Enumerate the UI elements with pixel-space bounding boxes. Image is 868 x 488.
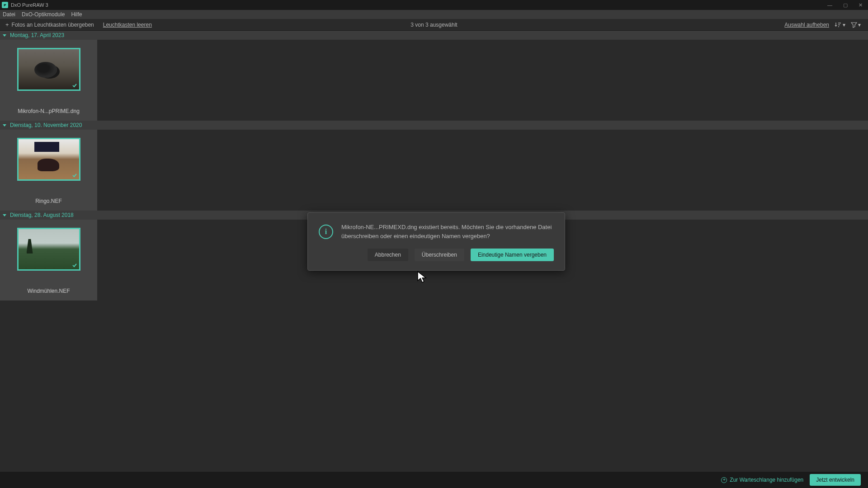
thumbnail[interactable] [17, 228, 80, 271]
add-to-queue-button[interactable]: + Zur Warteschlange hinzufügen [721, 477, 803, 483]
thumb-area: Ringo.NEF [0, 130, 97, 211]
collapse-arrow-icon [3, 34, 6, 37]
check-icon [72, 263, 77, 268]
chevron-down-icon: ▾ [843, 22, 845, 28]
add-photos-label: Fotos an Leuchtkasten übergeben [12, 22, 94, 28]
date-header[interactable]: Dienstag, 10. November 2020 [0, 121, 868, 130]
thumb-area: Mikrofon-N...pPRIME.dng [0, 40, 97, 121]
plus-circle-icon: + [721, 477, 727, 483]
dialog-message: Mikrofon-NE...PRIMEXD.dng existiert bere… [341, 223, 554, 240]
filter-button[interactable]: ▾ [851, 22, 861, 28]
deselect-link[interactable]: Auswahl aufheben [784, 22, 829, 28]
minimize-button[interactable]: — [827, 2, 832, 8]
menu-help[interactable]: Hilfe [71, 11, 82, 18]
funnel-icon [851, 22, 857, 28]
check-icon [72, 83, 77, 88]
collapse-arrow-icon [3, 214, 6, 216]
cancel-button[interactable]: Abbrechen [368, 249, 408, 261]
info-icon: i [319, 225, 333, 239]
sort-icon [835, 22, 842, 28]
date-label: Dienstag, 10. November 2020 [10, 122, 82, 128]
thumbnail-label: Ringo.NEF [35, 198, 62, 204]
add-photos-button[interactable]: + Fotos an Leuchtkasten übergeben [5, 21, 94, 28]
date-group: Dienstag, 10. November 2020 Ringo.NEF [0, 121, 868, 211]
footer-bar: + Zur Warteschlange hinzufügen Jetzt ent… [0, 472, 868, 488]
date-header[interactable]: Montag, 17. April 2023 [0, 31, 868, 40]
plus-icon: + [5, 21, 9, 28]
collapse-arrow-icon [3, 124, 6, 127]
app-icon: P [2, 2, 8, 8]
menu-file[interactable]: Datei [3, 11, 15, 18]
date-group: Montag, 17. April 2023 Mikrofon-N...pPRI… [0, 31, 868, 121]
title-bar: P DxO PureRAW 3 — ▢ ✕ [0, 0, 868, 10]
check-icon [72, 173, 77, 178]
app-title: DxO PureRAW 3 [11, 2, 48, 8]
sort-button[interactable]: ▾ [835, 22, 845, 28]
selection-count: 3 von 3 ausgewählt [410, 22, 457, 28]
thumbnail[interactable] [17, 48, 80, 91]
process-now-button[interactable]: Jetzt entwickeln [810, 474, 861, 486]
overwrite-dialog: i Mikrofon-NE...PRIMEXD.dng existiert be… [307, 212, 565, 271]
menu-optics[interactable]: DxO-Optikmodule [22, 11, 65, 18]
unique-names-button[interactable]: Eindeutige Namen vergeben [471, 249, 554, 261]
close-button[interactable]: ✕ [859, 2, 863, 8]
add-to-queue-label: Zur Warteschlange hinzufügen [730, 477, 803, 483]
thumbnail[interactable] [17, 138, 80, 181]
clear-lightbox-link[interactable]: Leuchtkasten leeren [103, 22, 152, 28]
overwrite-button[interactable]: Überschreiben [415, 249, 464, 261]
maximize-button[interactable]: ▢ [843, 2, 848, 8]
date-label: Montag, 17. April 2023 [10, 32, 64, 38]
thumb-area: Windmühlen.NEF [0, 220, 97, 300]
thumbnail-label: Mikrofon-N...pPRIME.dng [18, 108, 80, 114]
thumbnail-label: Windmühlen.NEF [27, 288, 70, 294]
chevron-down-icon: ▾ [858, 22, 861, 28]
menu-bar: Datei DxO-Optikmodule Hilfe [0, 10, 868, 19]
toolbar: + Fotos an Leuchtkasten übergeben Leucht… [0, 19, 868, 31]
date-label: Dienstag, 28. August 2018 [10, 212, 74, 218]
